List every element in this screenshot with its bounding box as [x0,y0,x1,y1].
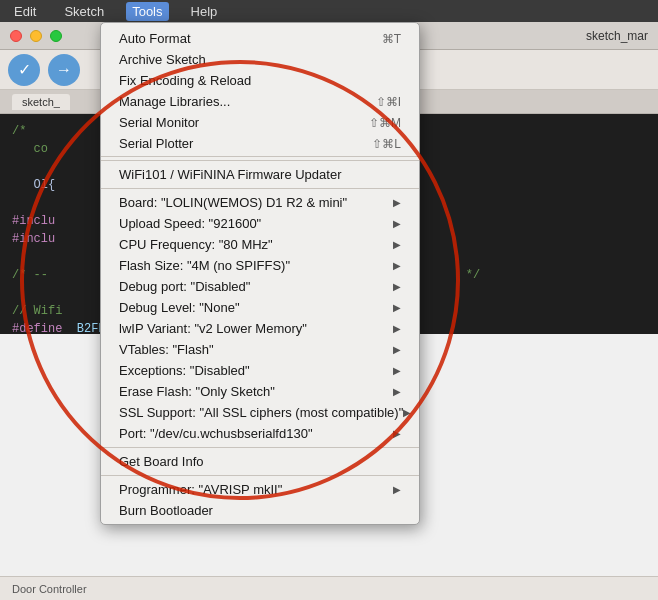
menu-item-exceptions[interactable]: Exceptions: "Disabled" ▶ [101,360,419,381]
menu-help[interactable]: Help [185,2,224,21]
menu-item-board[interactable]: Board: "LOLIN(WEMOS) D1 R2 & mini" ▶ [101,192,419,213]
minimize-button[interactable] [30,30,42,42]
submenu-arrow-programmer: ▶ [393,484,401,495]
menu-item-lwip[interactable]: lwIP Variant: "v2 Lower Memory" ▶ [101,318,419,339]
status-text: Door Controller [12,583,87,595]
menu-item-archive-sketch[interactable]: Archive Sketch [101,49,419,70]
menu-item-flash-size[interactable]: Flash Size: "4M (no SPIFFS)" ▶ [101,255,419,276]
menu-tools[interactable]: Tools [126,2,168,21]
submenu-arrow-erase-flash: ▶ [393,386,401,397]
menu-item-port[interactable]: Port: "/dev/cu.wchusbserialfd130" ▶ [101,423,419,444]
submenu-arrow-port: ▶ [393,428,401,439]
menu-item-fix-encoding[interactable]: Fix Encoding & Reload [101,70,419,91]
menu-item-cpu-freq[interactable]: CPU Frequency: "80 MHz" ▶ [101,234,419,255]
submenu-arrow-lwip: ▶ [393,323,401,334]
menu-item-erase-flash[interactable]: Erase Flash: "Only Sketch" ▶ [101,381,419,402]
tools-dropdown-menu: Auto Format ⌘T Archive Sketch Fix Encodi… [100,22,420,525]
menu-item-ssl-support[interactable]: SSL Support: "All SSL ciphers (most comp… [101,402,419,423]
menu-divider-2 [101,188,419,189]
submenu-arrow-ssl: ▶ [403,407,411,418]
menu-section-formatting: Auto Format ⌘T Archive Sketch Fix Encodi… [101,26,419,157]
menu-item-upload-speed[interactable]: Upload Speed: "921600" ▶ [101,213,419,234]
menu-item-serial-monitor[interactable]: Serial Monitor ⇧⌘M [101,112,419,133]
menu-item-debug-level[interactable]: Debug Level: "None" ▶ [101,297,419,318]
submenu-arrow-exceptions: ▶ [393,365,401,376]
upload-button[interactable]: → [48,54,80,86]
window-title: sketch_mar [586,29,648,43]
menu-divider-3 [101,447,419,448]
menu-divider-4 [101,475,419,476]
menu-bar: Edit Sketch Tools Help [0,0,658,22]
menu-item-serial-plotter[interactable]: Serial Plotter ⇧⌘L [101,133,419,154]
submenu-arrow-vtables: ▶ [393,344,401,355]
submenu-arrow-cpu-freq: ▶ [393,239,401,250]
close-button[interactable] [10,30,22,42]
menu-item-wifi-firmware[interactable]: WiFi101 / WiFiNINA Firmware Updater [101,164,419,185]
menu-edit[interactable]: Edit [8,2,42,21]
menu-item-burn-bootloader[interactable]: Burn Bootloader [101,500,419,521]
menu-item-debug-port[interactable]: Debug port: "Disabled" ▶ [101,276,419,297]
menu-item-manage-libraries[interactable]: Manage Libraries... ⇧⌘I [101,91,419,112]
maximize-button[interactable] [50,30,62,42]
submenu-arrow-board: ▶ [393,197,401,208]
submenu-arrow-flash-size: ▶ [393,260,401,271]
menu-sketch[interactable]: Sketch [58,2,110,21]
status-bar: Door Controller [0,576,658,600]
menu-item-programmer[interactable]: Programmer: "AVRISP mkII" ▶ [101,479,419,500]
verify-button[interactable]: ✓ [8,54,40,86]
active-tab[interactable]: sketch_ [12,94,70,110]
menu-item-vtables[interactable]: VTables: "Flash" ▶ [101,339,419,360]
menu-item-auto-format[interactable]: Auto Format ⌘T [101,28,419,49]
menu-divider-1 [101,160,419,161]
submenu-arrow-debug-level: ▶ [393,302,401,313]
submenu-arrow-upload-speed: ▶ [393,218,401,229]
submenu-arrow-debug-port: ▶ [393,281,401,292]
menu-item-get-board-info[interactable]: Get Board Info [101,451,419,472]
